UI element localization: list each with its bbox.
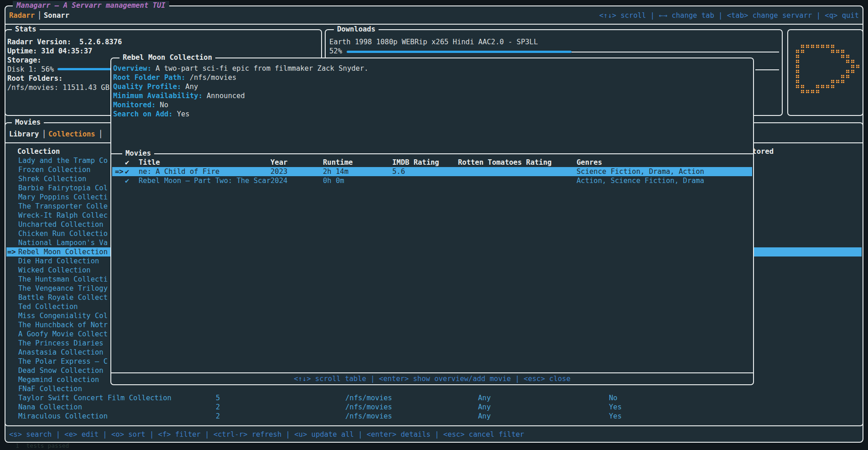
tab-sonarr[interactable]: Sonarr (44, 11, 69, 20)
logo-dot (846, 60, 847, 61)
collection-search-on-add: Yes (609, 403, 622, 412)
collection-quality-profile: Any (478, 403, 491, 412)
stats-uptime-value: 31d 04:35:37 (41, 47, 92, 55)
header-imdb-rating: IMDB Rating (392, 158, 439, 167)
collection-name: Ted Collection (18, 302, 78, 311)
modal-movies-table: ✔TitleYearRuntimeIMDB RatingRotten Tomat… (111, 58, 753, 373)
collection-quality-profile: Any (478, 412, 491, 421)
download-item-title: Earth 1998 1080p WEBRip x265 Hindi AAC2.… (329, 37, 538, 47)
movie-year: 2024 (270, 176, 287, 185)
download2-progress-fragment (755, 69, 779, 70)
collection-name: The Huntsman Collecti (18, 275, 108, 284)
logo-dot (831, 45, 832, 46)
collection-search-on-add: No (609, 393, 618, 403)
collection-name: The Vengeance Trilogy (18, 284, 108, 293)
collection-row[interactable]: Miraculous Collection2/nfs/moviesAnyYes (6, 412, 862, 421)
selected-row-marker: => (115, 167, 124, 176)
collection-row[interactable]: Taylor Swift Concert Film Collection5/nf… (6, 393, 862, 403)
modal-movie-row[interactable]: =>✔ne: A Child of Fire20232h 14m5.6Scien… (112, 167, 752, 176)
logo-dot (821, 45, 822, 46)
collection-name: Battle Royale Collect (18, 293, 108, 302)
movie-imdb-rating: 5.6 (392, 167, 405, 176)
stats-disk-line: Disk 1:56% (7, 65, 54, 74)
logo-dot (796, 70, 797, 71)
modal-keybinds-help: <↑↓> scroll table | <enter> show overvie… (111, 374, 753, 383)
logo-dot (821, 85, 822, 86)
collection-name: Rebel Moon Collection (18, 247, 108, 256)
logo-dot (841, 75, 842, 76)
logo-dot (801, 85, 802, 86)
stats-disk-label: Disk 1: (7, 65, 37, 73)
header-rotten-tomatoes-rating: Rotten Tomatoes Rating (458, 158, 551, 167)
download-progress-gauge (347, 51, 572, 53)
logo-dot (796, 75, 797, 76)
collection-row[interactable]: FNaF Collection (6, 384, 862, 393)
logo-dot (841, 80, 842, 81)
logo-dot (796, 50, 797, 51)
tabbar-separator (5, 24, 863, 25)
stats-disk-percent: 56% (41, 65, 54, 73)
collection-name: Dead Snow Collection (18, 366, 104, 375)
collection-name: Frozen Collection (18, 165, 91, 174)
logo-dot (801, 90, 802, 91)
movie-runtime: 0h 0m (323, 176, 344, 185)
collection-name: Taylor Swift Concert Film Collection (18, 393, 172, 403)
selected-row-marker: => (7, 247, 16, 256)
top-keybinds-help: <↑↓> scroll | ←→ change tab | <tab> chan… (599, 11, 859, 20)
logo-dot (841, 55, 842, 56)
stats-rootfolders-label: Root Folders: (7, 74, 62, 83)
logo-dot (811, 45, 812, 46)
logo-dot (851, 70, 852, 71)
logo-dot (851, 60, 852, 61)
collection-name: Shrek Collection (18, 174, 86, 183)
logo-dot (801, 45, 802, 46)
tab-radarr[interactable]: Radarr (9, 11, 35, 20)
download-progress-gauge-rest (572, 52, 779, 52)
collection-count: 2 (216, 403, 220, 412)
app-title: Managarr – A Servarr management TUI (13, 1, 169, 10)
collection-name: Wreck-It Ralph Collec (18, 211, 108, 220)
collection-row[interactable]: Nana Collection2/nfs/moviesAnyYes (6, 403, 862, 412)
movie-runtime: 2h 14m (323, 167, 348, 176)
bottom-keybinds-help: <s> search | <e> edit | <o> sort | <f> f… (9, 430, 524, 439)
collection-name: Uncharted Collection (18, 220, 104, 229)
collection-name: FNaF Collection (18, 384, 82, 393)
logo-dot (811, 90, 812, 91)
logo-dot (846, 75, 847, 76)
logo-panel (787, 29, 863, 116)
tab-divider: │ (37, 11, 42, 20)
modal-movie-row[interactable]: ✔Rebel Moon – Part Two: The Scar20240h 0… (112, 176, 752, 185)
collection-name: Mary Poppins Collecti (18, 193, 108, 202)
logo-dot (851, 65, 852, 66)
collection-name: Miraculous Collection (18, 412, 108, 421)
modal-table-header-row: ✔TitleYearRuntimeIMDB RatingRotten Tomat… (112, 158, 752, 167)
logo-dot (801, 50, 802, 51)
movie-title: ne: A Child of Fire (139, 167, 219, 176)
collection-root-folder: /nfs/movies (345, 403, 392, 412)
logo-dot (796, 85, 797, 86)
stats-version-value: 5.2.6.8376 (79, 38, 122, 46)
logo-dot (826, 45, 827, 46)
collection-name: Anastasia Collection (18, 348, 104, 357)
collection-name: Die Hard Collection (18, 256, 99, 266)
movies-panel-title: Movies (12, 118, 44, 127)
movie-year: 2023 (270, 167, 287, 176)
movie-monitored-check: ✔ (125, 176, 129, 185)
modal-title: Rebel Moon Collection (120, 53, 215, 62)
movie-monitored-check: ✔ (125, 167, 129, 176)
logo-dot (806, 90, 807, 91)
logo-dot (816, 90, 817, 91)
collection-name: Megamind collection (18, 375, 99, 384)
downloads-panel-title: Downloads (334, 25, 379, 34)
stats-uptime-line: Uptime:31d 04:35:37 (7, 47, 92, 56)
logo-dot (831, 50, 832, 51)
logo-dot (836, 80, 837, 81)
stats-storage-label: Storage: (7, 56, 42, 65)
header-check: ✔ (125, 158, 129, 167)
collection-details-modal: Rebel Moon Collection Overview:A two-par… (110, 58, 754, 385)
logo-dot (796, 80, 797, 81)
movie-genres: Action, Science Fiction, Drama (577, 176, 704, 185)
logo-dot (836, 50, 837, 51)
terminal-background: 1 tests passed Managarr – A Servarr mana… (0, 0, 868, 450)
logo-dot (846, 55, 847, 56)
